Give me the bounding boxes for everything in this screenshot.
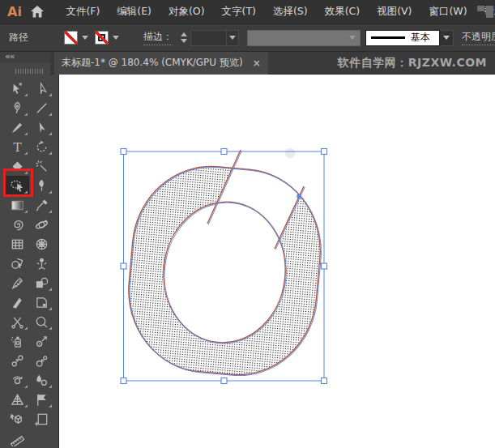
solid-arrow-tool[interactable] — [29, 117, 53, 137]
puppet-warp-tool[interactable] — [29, 254, 53, 273]
stroke-line-icon — [371, 36, 405, 39]
menu-item-7[interactable]: 窗口(W) — [420, 0, 476, 23]
perspective-grid-tool-icon — [10, 392, 25, 407]
opacity-label[interactable]: 不透明度： — [462, 30, 495, 45]
handle-top-left[interactable] — [121, 149, 126, 155]
symbol-sizer-tool[interactable] — [29, 351, 53, 370]
symbol-spinner-tool[interactable] — [5, 370, 29, 390]
none-fill-icon — [64, 31, 78, 45]
twirl-tool-icon — [34, 217, 49, 233]
menu-item-3[interactable]: 文字(T) — [213, 0, 264, 23]
none-stroke-icon — [95, 31, 109, 45]
polar-grid-tool-icon — [34, 237, 49, 252]
symbol-screener-tool-icon — [34, 392, 49, 407]
handle-top-right[interactable] — [322, 149, 327, 155]
artboard-tool-icon — [34, 412, 49, 427]
spiral-tool[interactable] — [5, 215, 29, 234]
stroke-weight-label[interactable]: 描边： — [143, 30, 173, 45]
knife-tool-icon — [10, 295, 25, 310]
handle-bottom-right[interactable] — [322, 378, 327, 384]
symbol-scruncher-tool[interactable] — [5, 351, 29, 370]
eyedropper-tool[interactable] — [29, 195, 53, 215]
document-tab[interactable]: 未标题-1* @ 180.4% (CMYK/GPU 预览) × — [54, 52, 268, 75]
brush-definition-value: 基本 — [411, 31, 430, 45]
scissors-tool-icon — [10, 314, 25, 330]
warp-tool[interactable] — [5, 273, 29, 292]
workspace-switcher-icon[interactable] — [477, 6, 495, 19]
type-tool[interactable]: T — [5, 137, 29, 156]
paintbrush-tool-icon — [10, 120, 25, 135]
symbol-screener-tool[interactable] — [29, 390, 53, 409]
shapes-tool[interactable] — [29, 273, 53, 292]
pen-tool-icon — [34, 178, 49, 194]
handle-bottom-left[interactable] — [121, 378, 126, 384]
step-up-icon[interactable] — [181, 32, 187, 36]
stroke-weight-stepper[interactable] — [181, 32, 187, 43]
slice-tool[interactable] — [29, 292, 53, 312]
symbol-shifter-tool-icon — [34, 334, 49, 349]
menu-item-4[interactable]: 选择(S) — [264, 0, 316, 23]
paintbrush-tool[interactable] — [5, 117, 29, 137]
symbol-stainer-tool[interactable] — [29, 370, 53, 390]
shape-builder-tool[interactable] — [5, 254, 29, 273]
rectangular-grid-tool[interactable] — [5, 234, 29, 254]
brush-dropdown-chevron[interactable] — [440, 30, 454, 46]
gradient-tool[interactable] — [5, 195, 29, 215]
fill-none-swatch[interactable] — [64, 31, 78, 45]
home-icon[interactable] — [31, 6, 44, 18]
twirl-tool[interactable] — [29, 215, 53, 234]
canvas-area[interactable] — [59, 75, 495, 448]
3d-rotate-tool[interactable] — [5, 409, 29, 429]
selection-tool[interactable] — [5, 79, 29, 98]
handle-middle-right[interactable] — [322, 263, 327, 269]
rotate-tool[interactable] — [29, 137, 53, 156]
tab-close-icon[interactable]: × — [253, 58, 261, 69]
direct-selection-tool-icon — [34, 81, 49, 96]
scissors-tool[interactable] — [5, 312, 29, 331]
panel-drag-grip[interactable] — [15, 69, 43, 74]
document-tab-title: 未标题-1* @ 180.4% (CMYK/GPU 预览) — [62, 56, 243, 70]
menu-item-6[interactable]: 视图(V) — [369, 0, 420, 23]
step-down-icon[interactable] — [181, 39, 187, 43]
puppet-warp-tool-icon — [34, 256, 49, 271]
handle-top-center[interactable] — [221, 149, 227, 155]
artwork-svg — [59, 75, 495, 448]
symbol-sprayer-tool[interactable] — [5, 331, 29, 351]
chevron-down-icon — [229, 36, 236, 40]
artboard-tool[interactable] — [29, 409, 53, 429]
stroke-weight-dropdown[interactable] — [226, 30, 239, 46]
curvature-tool[interactable] — [5, 98, 29, 117]
direct-selection-tool[interactable] — [29, 79, 53, 98]
symbol-shifter-tool[interactable] — [29, 331, 53, 351]
3d-rotate-tool-icon — [10, 412, 25, 427]
polar-grid-tool[interactable] — [29, 234, 53, 254]
menu-item-2[interactable]: 对象(O) — [160, 0, 213, 23]
brush-preview[interactable]: 基本 — [365, 30, 440, 46]
symbol-sizer-tool-icon — [34, 353, 49, 369]
handle-bottom-center[interactable] — [221, 378, 227, 384]
shaper-ring-shape[interactable] — [122, 137, 326, 382]
spiral-tool-icon — [10, 217, 25, 233]
stroke-weight-input[interactable] — [190, 30, 226, 46]
brush-definition-dropdown[interactable]: 基本 — [365, 30, 454, 46]
stroke-dropdown-chevron-icon[interactable] — [113, 36, 119, 40]
anchor-point[interactable] — [297, 194, 301, 198]
control-bar: 路径 描边： 基本 不透明度： — [0, 24, 495, 52]
menu-item-5[interactable]: 效果(C) — [316, 0, 368, 23]
zoom-tool[interactable] — [29, 312, 53, 331]
menu-item-1[interactable]: 编辑(E) — [109, 0, 160, 23]
stroke-none-swatch[interactable] — [95, 31, 109, 45]
line-segment-tool[interactable] — [29, 98, 53, 117]
menu-item-0[interactable]: 文件(F) — [58, 0, 109, 23]
measure-tool[interactable] — [5, 429, 29, 448]
type-tool-icon: T — [10, 139, 25, 155]
knife-tool[interactable] — [5, 292, 29, 312]
curvature-tool-icon — [10, 100, 25, 116]
handle-middle-left[interactable] — [121, 263, 126, 269]
measure-tool-icon — [10, 431, 25, 446]
line-segment-tool-icon — [34, 100, 49, 116]
symbol-spinner-tool-icon — [10, 373, 25, 388]
perspective-grid-tool[interactable] — [5, 390, 29, 409]
gradient-tool-icon — [10, 198, 25, 213]
fill-dropdown-chevron-icon[interactable] — [82, 36, 88, 40]
